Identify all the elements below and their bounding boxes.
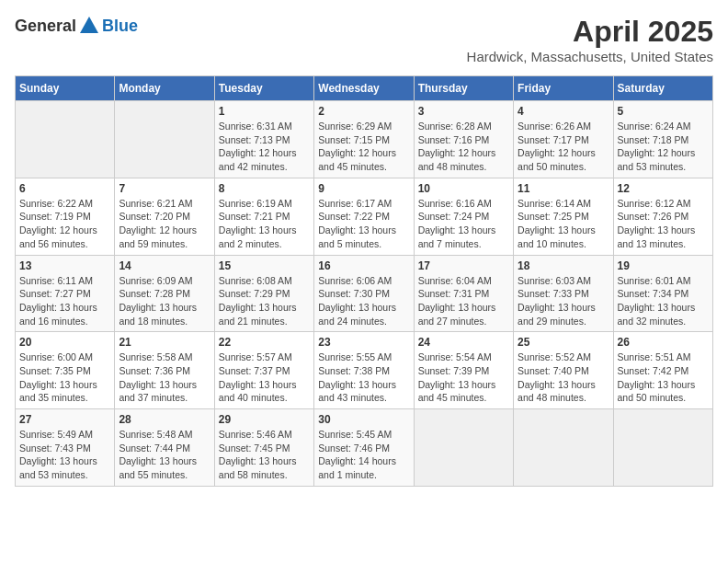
calendar-cell [16,101,115,178]
day-info: Sunrise: 6:24 AM Sunset: 7:18 PM Dayligh… [618,120,709,174]
header-day-tuesday: Tuesday [214,76,313,101]
day-info: Sunrise: 6:03 AM Sunset: 7:33 PM Dayligh… [518,274,609,328]
day-number: 19 [618,259,709,272]
day-info: Sunrise: 6:29 AM Sunset: 7:15 PM Dayligh… [318,120,409,174]
logo-general: General [15,17,76,36]
week-row-1: 1Sunrise: 6:31 AM Sunset: 7:13 PM Daylig… [16,101,713,178]
calendar-cell: 14Sunrise: 6:09 AM Sunset: 7:28 PM Dayli… [115,255,214,332]
week-row-5: 27Sunrise: 5:49 AM Sunset: 7:43 PM Dayli… [16,409,713,487]
calendar-cell: 4Sunrise: 6:26 AM Sunset: 7:17 PM Daylig… [514,101,613,178]
calendar-cell: 5Sunrise: 6:24 AM Sunset: 7:18 PM Daylig… [613,101,712,178]
day-number: 24 [418,336,509,349]
title-block: April 2025 Hardwick, Massachusetts, Unit… [467,15,713,64]
header-day-thursday: Thursday [414,76,513,101]
header-day-monday: Monday [115,76,214,101]
day-info: Sunrise: 5:52 AM Sunset: 7:40 PM Dayligh… [518,350,609,405]
logo: General Blue [15,15,138,37]
calendar-body: 1Sunrise: 6:31 AM Sunset: 7:13 PM Daylig… [16,101,713,487]
day-number: 30 [318,413,409,426]
calendar-cell [414,409,513,487]
day-number: 1 [219,105,310,118]
day-number: 2 [318,105,409,118]
day-number: 27 [19,413,110,426]
calendar-cell: 29Sunrise: 5:46 AM Sunset: 7:45 PM Dayli… [214,409,313,487]
day-info: Sunrise: 6:12 AM Sunset: 7:26 PM Dayligh… [618,197,709,251]
logo-icon [78,15,100,37]
day-info: Sunrise: 6:26 AM Sunset: 7:17 PM Dayligh… [518,120,609,174]
calendar-cell: 18Sunrise: 6:03 AM Sunset: 7:33 PM Dayli… [514,255,613,332]
logo-blue: Blue [102,17,138,36]
calendar-cell [115,101,214,178]
day-info: Sunrise: 5:45 AM Sunset: 7:46 PM Dayligh… [318,428,409,482]
calendar-cell: 17Sunrise: 6:04 AM Sunset: 7:31 PM Dayli… [414,255,513,332]
day-number: 11 [518,182,609,195]
day-number: 26 [618,336,709,349]
day-number: 17 [418,259,509,272]
calendar-cell: 9Sunrise: 6:17 AM Sunset: 7:22 PM Daylig… [314,178,414,255]
day-number: 4 [518,105,609,118]
week-row-3: 13Sunrise: 6:11 AM Sunset: 7:27 PM Dayli… [16,255,713,332]
day-info: Sunrise: 6:09 AM Sunset: 7:28 PM Dayligh… [119,274,210,328]
header-row: SundayMondayTuesdayWednesdayThursdayFrid… [16,76,713,101]
calendar-cell: 25Sunrise: 5:52 AM Sunset: 7:40 PM Dayli… [514,332,613,409]
week-row-4: 20Sunrise: 6:00 AM Sunset: 7:35 PM Dayli… [16,332,713,409]
calendar-cell: 13Sunrise: 6:11 AM Sunset: 7:27 PM Dayli… [16,255,115,332]
day-info: Sunrise: 5:58 AM Sunset: 7:36 PM Dayligh… [119,350,210,405]
calendar-cell: 6Sunrise: 6:22 AM Sunset: 7:19 PM Daylig… [16,178,115,255]
day-number: 29 [219,413,310,426]
day-info: Sunrise: 5:54 AM Sunset: 7:39 PM Dayligh… [418,350,509,405]
calendar-cell [514,409,613,487]
calendar-cell: 2Sunrise: 6:29 AM Sunset: 7:15 PM Daylig… [314,101,414,178]
day-number: 15 [219,259,310,272]
header-day-sunday: Sunday [16,76,115,101]
day-info: Sunrise: 6:22 AM Sunset: 7:19 PM Dayligh… [19,197,110,251]
calendar-cell: 15Sunrise: 6:08 AM Sunset: 7:29 PM Dayli… [214,255,313,332]
calendar-cell: 30Sunrise: 5:45 AM Sunset: 7:46 PM Dayli… [314,409,414,487]
calendar-cell: 12Sunrise: 6:12 AM Sunset: 7:26 PM Dayli… [613,178,712,255]
calendar-cell [613,409,712,487]
day-number: 9 [318,182,409,195]
day-number: 7 [119,182,210,195]
calendar-cell: 10Sunrise: 6:16 AM Sunset: 7:24 PM Dayli… [414,178,513,255]
day-info: Sunrise: 5:55 AM Sunset: 7:38 PM Dayligh… [318,350,409,405]
day-number: 3 [418,105,509,118]
day-number: 18 [518,259,609,272]
day-info: Sunrise: 6:01 AM Sunset: 7:34 PM Dayligh… [618,274,709,328]
calendar-cell: 3Sunrise: 6:28 AM Sunset: 7:16 PM Daylig… [414,101,513,178]
day-number: 12 [618,182,709,195]
calendar-cell: 27Sunrise: 5:49 AM Sunset: 7:43 PM Dayli… [16,409,115,487]
calendar-table: SundayMondayTuesdayWednesdayThursdayFrid… [15,75,713,487]
day-number: 6 [19,182,110,195]
calendar-cell: 20Sunrise: 6:00 AM Sunset: 7:35 PM Dayli… [16,332,115,409]
page-header: General Blue April 2025 Hardwick, Massac… [15,15,713,64]
calendar-cell: 11Sunrise: 6:14 AM Sunset: 7:25 PM Dayli… [514,178,613,255]
calendar-header: SundayMondayTuesdayWednesdayThursdayFrid… [16,76,713,101]
day-info: Sunrise: 5:46 AM Sunset: 7:45 PM Dayligh… [219,428,310,482]
day-info: Sunrise: 5:57 AM Sunset: 7:37 PM Dayligh… [219,350,310,405]
day-number: 21 [119,336,210,349]
day-info: Sunrise: 6:00 AM Sunset: 7:35 PM Dayligh… [19,350,110,405]
week-row-2: 6Sunrise: 6:22 AM Sunset: 7:19 PM Daylig… [16,178,713,255]
day-number: 20 [19,336,110,349]
day-info: Sunrise: 5:48 AM Sunset: 7:44 PM Dayligh… [119,428,210,482]
day-number: 14 [119,259,210,272]
day-info: Sunrise: 6:16 AM Sunset: 7:24 PM Dayligh… [418,197,509,251]
day-number: 8 [219,182,310,195]
calendar-cell: 22Sunrise: 5:57 AM Sunset: 7:37 PM Dayli… [214,332,313,409]
calendar-cell: 1Sunrise: 6:31 AM Sunset: 7:13 PM Daylig… [214,101,313,178]
svg-marker-0 [80,17,98,33]
day-info: Sunrise: 6:08 AM Sunset: 7:29 PM Dayligh… [219,274,310,328]
calendar-cell: 19Sunrise: 6:01 AM Sunset: 7:34 PM Dayli… [613,255,712,332]
calendar-cell: 16Sunrise: 6:06 AM Sunset: 7:30 PM Dayli… [314,255,414,332]
day-number: 10 [418,182,509,195]
day-number: 13 [19,259,110,272]
calendar-cell: 8Sunrise: 6:19 AM Sunset: 7:21 PM Daylig… [214,178,313,255]
day-info: Sunrise: 6:04 AM Sunset: 7:31 PM Dayligh… [418,274,509,328]
calendar-cell: 28Sunrise: 5:48 AM Sunset: 7:44 PM Dayli… [115,409,214,487]
day-number: 25 [518,336,609,349]
calendar-cell: 21Sunrise: 5:58 AM Sunset: 7:36 PM Dayli… [115,332,214,409]
day-info: Sunrise: 6:06 AM Sunset: 7:30 PM Dayligh… [318,274,409,328]
day-info: Sunrise: 6:28 AM Sunset: 7:16 PM Dayligh… [418,120,509,174]
header-day-friday: Friday [514,76,613,101]
calendar-cell: 23Sunrise: 5:55 AM Sunset: 7:38 PM Dayli… [314,332,414,409]
